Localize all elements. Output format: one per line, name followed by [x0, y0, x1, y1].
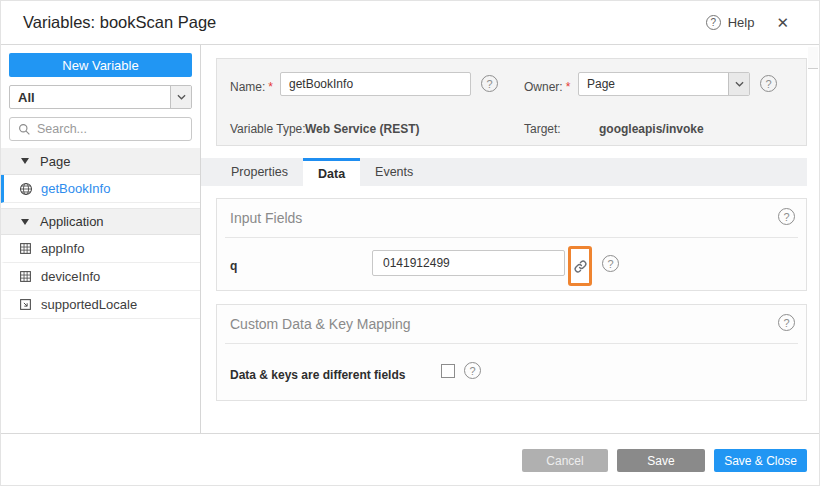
custom-mapping-help-icon[interactable]: ?: [778, 314, 795, 331]
tree-group-application[interactable]: Application: [1, 208, 200, 235]
footer-buttons: Cancel Save Save & Close: [522, 449, 807, 472]
search-input[interactable]: [37, 122, 183, 136]
owner-selected-value: Page: [579, 77, 615, 91]
grid-variable-icon: [19, 270, 34, 283]
input-fields-section: Input Fields ? q ?: [216, 198, 807, 291]
name-input[interactable]: [280, 72, 471, 96]
target-value: googleapis/invoke: [599, 122, 704, 136]
vertical-scrollbar[interactable]: [807, 45, 819, 433]
name-label: Name:*: [230, 80, 273, 94]
save-and-close-button[interactable]: Save & Close: [714, 449, 807, 472]
tree-item-label: supportedLocale: [41, 297, 137, 312]
tab-events[interactable]: Events: [360, 158, 428, 186]
chevron-down-icon: [170, 86, 191, 108]
tree-item-appinfo[interactable]: appInfo: [1, 235, 200, 263]
tree-item-label: getBookInfo: [41, 181, 110, 196]
bind-data-link-icon[interactable]: [568, 246, 592, 286]
variable-filter-dropdown[interactable]: All: [9, 85, 192, 109]
tree-item-label: deviceInfo: [41, 269, 100, 284]
dialog-body: New Variable All PagegetBookInfoApplicat…: [1, 45, 819, 433]
input-fields-title: Input Fields: [230, 210, 302, 226]
name-help-icon[interactable]: ?: [481, 75, 498, 92]
owner-dropdown[interactable]: Page: [578, 72, 750, 96]
variable-type-label: Variable Type:: [230, 122, 306, 136]
dialog-footer: Cancel Save Save & Close: [1, 433, 820, 486]
filter-selected-value: All: [10, 90, 35, 105]
section-divider: [225, 237, 798, 238]
variables-sidebar: New Variable All PagegetBookInfoApplicat…: [1, 45, 201, 433]
locale-square-icon: [19, 298, 34, 311]
q-field-input[interactable]: [372, 250, 565, 276]
dialog-header: Variables: bookScan Page ? Help ✕: [1, 1, 819, 45]
custom-mapping-section: Custom Data & Key Mapping ? Data & keys …: [216, 304, 807, 401]
close-icon[interactable]: ✕: [776, 15, 789, 30]
web-service-globe-icon: [19, 182, 34, 196]
help-icon[interactable]: ?: [706, 15, 721, 30]
required-asterisk: *: [268, 80, 273, 94]
target-label: Target:: [524, 122, 561, 136]
save-button[interactable]: Save: [617, 449, 705, 472]
owner-label: Owner:*: [524, 80, 570, 94]
different-fields-help-icon[interactable]: ?: [464, 362, 481, 379]
input-fields-help-icon[interactable]: ?: [778, 208, 795, 225]
tree-item-supportedlocale[interactable]: supportedLocale: [1, 291, 200, 319]
custom-mapping-title: Custom Data & Key Mapping: [230, 316, 411, 332]
collapse-triangle-icon: [21, 219, 29, 225]
different-fields-label: Data & keys are different fields: [230, 368, 405, 382]
required-asterisk: *: [566, 80, 571, 94]
collapse-triangle-icon: [21, 158, 29, 164]
cancel-button[interactable]: Cancel: [522, 449, 608, 472]
tree-item-label: appInfo: [41, 241, 84, 256]
tree-item-getbookinfo[interactable]: getBookInfo: [1, 175, 200, 203]
tree-group-label: Page: [40, 154, 70, 169]
dialog-title: Variables: bookScan Page: [23, 13, 216, 32]
owner-help-icon[interactable]: ?: [760, 75, 777, 92]
section-divider: [225, 343, 798, 344]
variable-search[interactable]: [9, 117, 192, 141]
chevron-down-icon: [728, 73, 749, 95]
detail-tab-strip: PropertiesDataEvents: [201, 158, 809, 186]
tree-group-page[interactable]: Page: [1, 148, 200, 175]
grid-variable-icon: [19, 242, 34, 255]
tab-properties[interactable]: Properties: [216, 158, 303, 186]
variable-tree: PagegetBookInfoApplicationappInfodeviceI…: [1, 148, 200, 319]
different-fields-checkbox[interactable]: [441, 364, 455, 378]
variable-detail-pane: Name:* ? Owner:* Page ? Variable Type: W…: [201, 45, 819, 433]
tree-group-label: Application: [40, 214, 104, 229]
variable-summary-panel: Name:* ? Owner:* Page ? Variable Type: W…: [216, 58, 807, 146]
variables-dialog: Variables: bookScan Page ? Help ✕ New Va…: [0, 0, 820, 486]
q-field-help-icon[interactable]: ?: [602, 255, 619, 272]
header-actions: ? Help ✕: [706, 15, 797, 30]
scrollbar-thumb[interactable]: [808, 47, 818, 69]
help-link[interactable]: Help: [728, 15, 755, 30]
variable-type-value: Web Service (REST): [305, 122, 419, 136]
q-field-label: q: [230, 259, 237, 273]
new-variable-button[interactable]: New Variable: [9, 53, 192, 77]
search-icon: [18, 123, 31, 136]
tab-data[interactable]: Data: [303, 158, 360, 186]
tree-item-deviceinfo[interactable]: deviceInfo: [1, 263, 200, 291]
